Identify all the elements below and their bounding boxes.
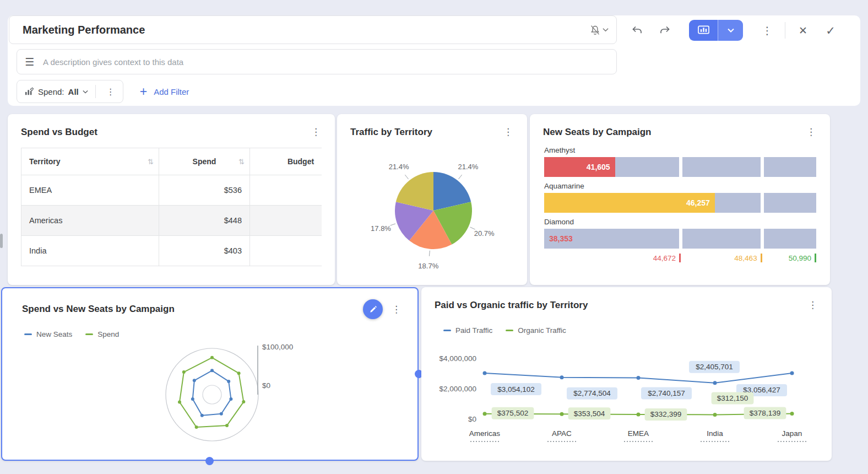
axis-label: 50,990 [789,254,816,262]
svg-text:Japan: Japan [782,429,802,438]
resize-handle-bottom[interactable] [205,457,214,465]
bullet-band [764,157,816,177]
table-cell: $403 [159,236,250,266]
column-header[interactable]: Territory⇅ [21,148,159,175]
bullet-track[interactable]: 46,257 [544,193,816,213]
menu-icon[interactable]: ☰ [25,56,34,68]
legend-swatch [24,333,32,335]
svg-text:18.7%: 18.7% [418,262,438,270]
tile-title: Paid vs Organic traffic by Territory [435,300,805,311]
chart-view-button[interactable] [689,20,718,41]
close-button[interactable]: ✕ [793,20,813,40]
legend-label: Paid Traffic [455,326,492,335]
spend-filter-chip[interactable]: Spend: All ⋮ [17,80,123,103]
sort-icon[interactable]: ⇅ [148,158,154,166]
line-chart[interactable]: $4,000,000$2,000,000$0$3,054,102$2,774,5… [435,349,820,458]
add-filter-label: Add Filter [154,87,189,96]
table-cell: Americas [21,206,159,236]
chip-divider [95,85,96,98]
axis-label: 44,672 [653,254,681,262]
filter-options-button[interactable]: ⋮ [103,87,118,97]
notifications-off-icon[interactable] [589,24,601,36]
legend-item[interactable]: Spend [85,330,119,338]
tile-new-seats-by-campaign[interactable]: New Seats by Campaign ⋮ Amethyst41,605Aq… [530,114,830,285]
tile-title: New Seats by Campaign [543,127,803,138]
redo-button[interactable] [655,20,675,40]
table-cell: $2 [250,236,322,266]
dashboard-title[interactable]: Marketing Performance [23,24,589,36]
tile-title: Spend vs New Seats by Campaign [22,304,363,315]
add-filter-button[interactable]: + Add Filter [140,85,189,98]
table-row[interactable]: India$403$2 [21,236,322,266]
column-header[interactable]: Spend⇅ [159,148,250,175]
filter-bar: Spend: All ⋮ + Add Filter [17,80,189,103]
filter-value[interactable]: All [68,87,79,96]
budget-table-head-row: Territory⇅Spend⇅Budget⇅ [21,148,322,175]
dashboard-header: Marketing Performance ⋮ ✕ ✓ [8,15,860,106]
close-icon: ✕ [799,25,807,36]
tile-menu-button[interactable]: ⋮ [805,298,821,312]
value-label: 41,605 [587,163,615,171]
table-cell: $536 [159,175,250,206]
table-row[interactable]: EMEA$536$3 [21,175,322,206]
svg-text:$353,504: $353,504 [574,410,605,418]
svg-text:$100,000: $100,000 [262,343,293,351]
value-bar[interactable]: 41,605 [544,157,615,177]
tile-title: Spend vs Budget [21,127,308,138]
table-cell: $3 [250,175,322,206]
filter-field-icon [24,87,34,96]
tile-traffic-by-territory[interactable]: Traffic by Territory ⋮ 21.4%20.7%18.7%17… [337,114,527,285]
legend-item[interactable]: Paid Traffic [443,326,492,335]
table-cell: India [21,236,159,266]
svg-text:India: India [707,429,723,438]
table-row[interactable]: Americas$448$5 [21,206,322,236]
visualization-split-button[interactable] [689,20,743,41]
campaign-label: Aquamarine [544,182,816,190]
tile-spend-vs-budget[interactable]: Spend vs Budget ⋮ Territory⇅Spend⇅Budget… [8,114,335,285]
line-legend: Paid TrafficOrganic Traffic [421,312,832,335]
bullet-axis: 44,67248,46350,990 [544,254,816,266]
legend-label: Organic Traffic [518,326,566,335]
scrollbar-fragment[interactable] [0,234,3,248]
undo-button[interactable] [627,20,647,40]
sort-icon[interactable]: ⇅ [238,158,245,166]
value-label: 46,257 [686,198,715,207]
svg-text:$2,405,701: $2,405,701 [696,363,733,371]
bullet-chart: Amethyst41,605Aquamarine46,257Diamond38,… [530,139,830,266]
check-icon: ✓ [826,25,836,36]
campaign-label: Amethyst [544,146,816,154]
tile-menu-button[interactable]: ⋮ [388,303,404,316]
filter-label: Spend: [38,87,64,96]
legend-item[interactable]: Organic Traffic [506,326,566,335]
tile-spend-vs-new-seats[interactable]: Spend vs New Seats by Campaign ⋮ New Sea… [1,287,419,461]
budget-table-body: EMEA$536$3Americas$448$5India$403$2 [21,175,322,266]
svg-text:APAC: APAC [552,429,572,438]
toolbar: ⋮ ✕ ✓ [627,19,840,41]
dashboard-title-input[interactable]: Marketing Performance [9,15,617,44]
description-input[interactable]: ☰ A description gives context to this da… [17,49,617,74]
bullet-row: Amethyst41,605 [544,146,816,177]
description-placeholder: A description gives context to this data [43,57,183,67]
kebab-icon: ⋮ [762,25,773,36]
svg-text:17.8%: 17.8% [371,224,391,233]
column-header[interactable]: Budget⇅ [250,148,322,175]
tile-menu-button[interactable]: ⋮ [803,125,819,139]
tile-menu-button[interactable]: ⋮ [308,125,324,139]
value-bar[interactable]: 46,257 [544,193,715,213]
bullet-band [682,229,761,249]
svg-text:20.7%: 20.7% [474,229,495,238]
chevron-down-icon[interactable] [83,90,88,94]
bullet-track[interactable]: 41,605 [544,157,816,177]
svg-text:21.4%: 21.4% [458,163,478,171]
chevron-down-icon[interactable] [603,28,609,32]
more-options-button[interactable]: ⋮ [757,20,777,40]
legend-item[interactable]: New Seats [24,330,72,338]
edit-tile-button[interactable] [363,299,383,319]
bullet-track[interactable]: 38,353 [544,229,816,249]
pie-chart[interactable]: 21.4%20.7%18.7%17.8%21.4% [337,136,527,281]
tile-paid-vs-organic[interactable]: Paid vs Organic traffic by Territory ⋮ P… [421,287,832,461]
legend-swatch [506,330,513,331]
svg-text:$2,774,504: $2,774,504 [573,389,611,397]
chevron-down-icon[interactable] [718,20,743,41]
save-button[interactable]: ✓ [821,20,840,40]
